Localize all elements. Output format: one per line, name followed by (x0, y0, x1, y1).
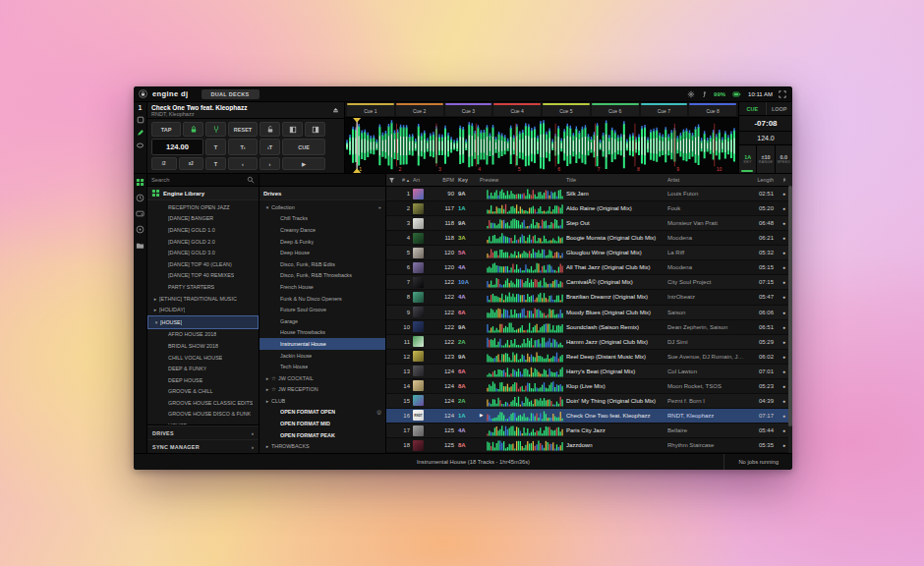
table-row[interactable]: 141248AKlop (Live Mix)Moon Rocket, TSOS0… (386, 379, 792, 394)
table-row[interactable]: 91226AMoody Blues (Original Club Mix)Sai… (386, 306, 792, 320)
play-button[interactable]: ▶ (282, 157, 325, 170)
sync-badge-icon[interactable]: ◎ (376, 409, 383, 415)
playlist-item[interactable]: Instrumental House (260, 338, 385, 350)
table-row[interactable]: 712210ACarnivalÃ© (Original Mix)City Sou… (386, 275, 792, 290)
sidebar-item[interactable]: GROOVE & CHILL (147, 386, 259, 398)
table-row[interactable]: 51205AGlouglou Wine (Original Mix)La Rif… (386, 246, 792, 260)
playlist-item[interactable]: Future Soul Groove (260, 304, 385, 315)
track-preview-waveform[interactable] (480, 336, 566, 348)
track-preview-waveform[interactable] (480, 261, 566, 273)
playlist-item[interactable]: Garage (260, 315, 385, 327)
sidebar-item[interactable]: GROOVE HOUSE CLASSIC EDITS (147, 397, 259, 409)
column-header-num[interactable]: # ▲ (396, 177, 413, 183)
table-row[interactable]: 1909ASilk JamLouis Futon02:51● (386, 187, 792, 201)
column-header-title[interactable]: Title (566, 177, 667, 183)
track-preview-waveform[interactable] (480, 307, 566, 318)
nudge-right-button[interactable]: › (260, 157, 280, 170)
sidebar-item[interactable]: AFRO HOUSE 2018 (147, 329, 259, 341)
pitch-fork-icon[interactable] (205, 122, 226, 137)
playlist-item[interactable]: Creamy Dance (260, 224, 385, 236)
cue-mode-label[interactable]: CUE (739, 102, 766, 115)
reset-button[interactable]: RESET (228, 122, 258, 137)
playlist-item[interactable]: Chill Tracks (260, 213, 385, 225)
track-preview-waveform[interactable] (480, 291, 566, 303)
track-preview-waveform[interactable] (480, 351, 566, 363)
table-row[interactable]: 181258AJazzdownRhythm Staircase05:35● (386, 438, 792, 453)
playlist-item[interactable]: OPEN FORMAT MID (260, 418, 385, 429)
plus-icon[interactable]: + (378, 204, 383, 210)
playlist-item[interactable]: Disco, Funk, R&B Edits (260, 258, 385, 270)
table-row[interactable]: 16RNDT1241A▶Check One Two feat. Kleophaz… (386, 409, 792, 424)
playlist-item[interactable]: Jackin House (260, 350, 385, 362)
sidebar-item[interactable]: ▸[ETHNIC] TRADITIONAL MUSIC (147, 293, 259, 305)
column-header-bpm[interactable]: BPM (431, 177, 458, 183)
table-row[interactable]: 121239AReel Deep (Distant Music Mix)Sue … (386, 350, 792, 365)
disc-icon[interactable] (136, 225, 144, 234)
sidebar-item[interactable]: [DANCE] GOLD 2.0 (147, 236, 259, 248)
column-header-bolt-icon[interactable] (778, 176, 790, 184)
sidebar-item[interactable]: ▸[HOLIDAY] (147, 304, 259, 315)
column-header-artist[interactable]: Artist (667, 177, 748, 183)
beatgrid-shift-right-button[interactable]: ›T (260, 139, 280, 155)
sidebar-item[interactable]: PARTY STARTERS (147, 281, 259, 293)
sidebar-item-drives[interactable]: DRIVES‹ (147, 425, 259, 439)
deck-info-speed[interactable]: 0.0SPEED (776, 145, 792, 173)
sidebar-item[interactable]: GROOVE HOUSE DISCO & FUNK (147, 409, 259, 421)
playlist-item[interactable]: Disco, Funk, R&B Throwbacks (260, 270, 385, 282)
hotcue-view-icon[interactable] (137, 116, 144, 124)
playlist-item[interactable]: Deep & Funky (260, 236, 385, 248)
sidebar-item[interactable]: ▾[HOUSE] (147, 315, 259, 329)
playlist-item[interactable]: OPEN FORMAT OPEN◎ (260, 407, 385, 419)
cue-button[interactable]: CUE (282, 139, 325, 155)
cue-pad-7[interactable]: Cue 7 (641, 103, 688, 116)
cue-pad-3[interactable]: Cue 3 (445, 103, 492, 116)
loop-view-icon[interactable] (136, 142, 144, 149)
table-row[interactable]: 61204AAll That Jazz (Original Club Mix)M… (386, 260, 792, 275)
filter-funnel-icon[interactable] (386, 177, 396, 184)
grid-marker-out-icon[interactable] (305, 122, 325, 137)
settings-gear-icon[interactable] (687, 90, 695, 98)
chevron-right-icon[interactable]: ▸ (151, 296, 159, 302)
keylock-icon[interactable] (183, 122, 203, 137)
unlock-icon[interactable] (260, 122, 280, 137)
beatgrid-button[interactable]: T (205, 139, 226, 155)
cue-pad-8[interactable]: Cue 8 (689, 103, 736, 116)
column-header-length[interactable]: Length (748, 177, 778, 183)
playlist-item[interactable]: ▸CLUB (260, 395, 385, 407)
table-row[interactable]: 101229ASoundclash (Saison Remix)Dean Zep… (386, 320, 792, 335)
folder-icon[interactable] (136, 241, 144, 250)
track-preview-waveform[interactable] (480, 202, 566, 214)
table-scrollbar[interactable] (788, 186, 792, 453)
column-header-key[interactable]: Key (458, 177, 480, 183)
track-preview-waveform[interactable] (480, 247, 566, 258)
playlist-item[interactable]: Funk & Nu Disco Openers (260, 293, 385, 305)
edit-pencil-icon[interactable] (137, 129, 144, 137)
waveform[interactable]: 12345678910 (345, 118, 738, 173)
sidebar-item[interactable]: [DANCE] GOLD 1.0 (147, 224, 259, 236)
engine-icon[interactable] (136, 178, 144, 187)
cue-pad-4[interactable]: Cue 4 (493, 103, 541, 116)
sidebar-item[interactable]: [DANCE] TOP 40 (CLEAN) (147, 258, 259, 270)
chevron-right-icon[interactable]: ▸ (263, 386, 271, 392)
sidebar-item[interactable]: DEEP HOUSE (147, 374, 259, 386)
track-preview-waveform[interactable] (480, 439, 566, 451)
track-preview-waveform[interactable] (480, 321, 566, 333)
nudge-left-button[interactable]: ‹ (228, 157, 258, 170)
track-preview-waveform[interactable] (480, 217, 566, 229)
playlist-item[interactable]: OPEN FORMAT PEAK (260, 429, 385, 441)
search-icon[interactable] (247, 176, 255, 184)
table-row[interactable]: 81224ABrazilian Dreamz (Original Mix)Int… (386, 290, 792, 305)
grid-anchor-button[interactable]: T (205, 157, 226, 170)
sidebar-item-sync-manager[interactable]: SYNC MANAGER› (147, 439, 259, 453)
playlist-item[interactable]: Tech House (260, 361, 385, 372)
track-preview-waveform[interactable] (480, 232, 566, 244)
chevron-right-icon[interactable]: ▸ (263, 375, 271, 381)
fullscreen-icon[interactable] (779, 90, 786, 98)
playlist-item[interactable]: Deep House (260, 247, 385, 258)
deck-info-range[interactable]: ±10RANGE (757, 145, 775, 173)
sidebar-item[interactable]: BRIDAL SHOW 2018 (147, 340, 259, 352)
track-preview-waveform[interactable] (480, 380, 566, 392)
cue-pad-1[interactable]: Cue 1 (347, 103, 394, 116)
playlist-item[interactable]: ▸☆JW RECEPTION (260, 384, 385, 396)
playlist-item[interactable]: ▸☆JW COCKTAIL (260, 372, 385, 384)
